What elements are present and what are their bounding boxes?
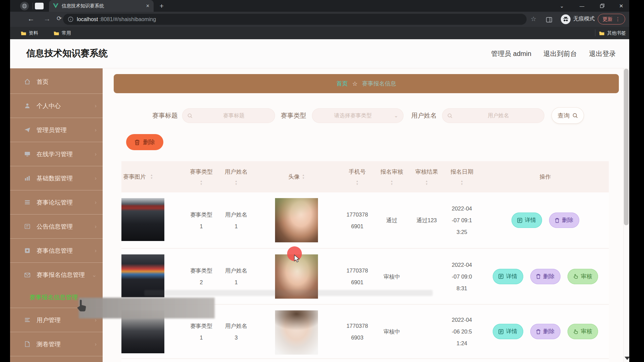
col-event-image[interactable]: 赛事图片▲▼ xyxy=(121,161,181,192)
chevron-right-icon: › xyxy=(95,199,97,206)
avatar[interactable] xyxy=(275,198,318,242)
sort-carets[interactable]: ▲▼ xyxy=(235,180,237,186)
query-button[interactable]: 查询 xyxy=(552,108,584,123)
back-button[interactable]: ← xyxy=(28,15,35,23)
close-window-button[interactable]: ✕ xyxy=(616,0,627,12)
row-delete-button[interactable]: 删除 xyxy=(530,324,560,339)
side-panel-icon[interactable] xyxy=(546,16,552,24)
col-avatar[interactable]: 头像▲▼ xyxy=(251,161,342,192)
star-icon: ☆ xyxy=(352,80,358,87)
page-scrollbar-thumb[interactable] xyxy=(624,69,629,225)
paper-plane-icon xyxy=(24,127,31,133)
pinned-tab-icon[interactable] xyxy=(35,3,44,9)
url-path: :8081/#/shaishibaoming xyxy=(99,16,156,22)
bookmarks-bar xyxy=(10,27,629,39)
audit-result: 通过123 xyxy=(417,215,437,226)
sort-carets[interactable]: ▲▼ xyxy=(150,174,153,180)
audit-button[interactable]: 审核 xyxy=(568,324,598,339)
table-row: 赛事类型2 用户姓名1 17703786901 审核中 2022-04-07 0… xyxy=(121,249,609,305)
sidebar-label: 基础数据管理 xyxy=(37,174,73,182)
sort-carets[interactable]: ▲▼ xyxy=(302,174,305,180)
scrollbar-down-arrow[interactable] xyxy=(625,357,629,360)
chevron-down-icon: ⌄ xyxy=(394,113,398,119)
table-row: 赛事类型1 用户姓名1 17703786901 通过 通过123 2022-04… xyxy=(121,192,609,249)
col-audit-result[interactable]: 审核结果▲▼ xyxy=(411,161,442,192)
user-name-input[interactable] xyxy=(452,112,544,119)
app-header: 信息技术知识赛系统 管理员 admin 退出到前台 退出登录 xyxy=(10,39,629,68)
breadcrumb-current: 赛事报名信息 xyxy=(362,80,396,87)
breadcrumb-home[interactable]: 首页 xyxy=(336,80,348,87)
trash-icon xyxy=(536,274,541,279)
restore-button[interactable] xyxy=(597,0,607,12)
event-title-input-wrap xyxy=(182,108,275,123)
sidebar-label: 赛事论坛管理 xyxy=(37,198,73,206)
sidebar-item-base-data-mgmt[interactable]: 基础数据管理 › xyxy=(10,166,103,190)
sort-carets[interactable]: ▲▼ xyxy=(390,180,393,186)
col-actions: 操作 xyxy=(482,161,609,192)
event-type-select[interactable]: 请选择赛事类型 ⌄ xyxy=(312,108,404,123)
page-viewport: 信息技术知识赛系统 管理员 admin 退出到前台 退出登录 首页 个人中心 › xyxy=(10,39,629,362)
trash-icon xyxy=(555,218,559,223)
col-user-name[interactable]: 用户姓名▲▼ xyxy=(221,161,251,192)
incognito-icon xyxy=(561,14,571,24)
site-info-icon[interactable] xyxy=(68,16,73,22)
logout-link[interactable]: 退出登录 xyxy=(589,49,616,58)
sidebar-item-signup-info-mgmt[interactable]: 赛事报名信息管理 ⌄ xyxy=(10,263,103,287)
hand-cursor-stamp-icon xyxy=(76,300,87,314)
sidebar-item-event-info-mgmt[interactable]: 赛事信息管理 › xyxy=(10,239,103,263)
col-event-type[interactable]: 赛事类型▲▼ xyxy=(181,161,221,192)
filter-type-label: 赛事类型 xyxy=(279,108,306,123)
incognito-label: 无痕模式 xyxy=(573,15,595,22)
filter-user-label: 用户姓名 xyxy=(410,108,437,123)
event-image[interactable] xyxy=(121,198,164,241)
sidebar-item-notice-mgmt[interactable]: 公告信息管理 › xyxy=(10,215,103,239)
vue-favicon xyxy=(53,3,58,8)
bookmark-folder-1[interactable]: 资料 xyxy=(21,29,38,37)
bookmark-folder-2[interactable]: 常用 xyxy=(54,29,71,37)
sort-carets[interactable]: ▲▼ xyxy=(461,180,463,186)
active-tab[interactable]: 信息技术知识赛系统 ✕ xyxy=(49,0,154,12)
sidebar-item-admin-mgmt[interactable]: 管理员管理 › xyxy=(10,118,103,142)
row-delete-button[interactable]: 删除 xyxy=(530,269,560,284)
minimize-button[interactable]: — xyxy=(577,0,587,12)
update-menu-button[interactable]: 更新 ⋮ xyxy=(598,14,625,24)
detail-button[interactable]: 详情 xyxy=(512,213,542,228)
sort-carets[interactable]: ▲▼ xyxy=(356,180,359,186)
avatar[interactable] xyxy=(275,310,318,355)
col-date[interactable]: 报名日期▲▼ xyxy=(442,161,482,192)
event-title-input[interactable] xyxy=(193,112,275,119)
tab-close-icon[interactable]: ✕ xyxy=(146,3,150,8)
sidebar-label: 在线学习管理 xyxy=(37,150,73,158)
bookmarks-separator xyxy=(595,29,595,36)
detail-button[interactable]: 详情 xyxy=(493,269,523,284)
reload-button[interactable]: ⟳ xyxy=(57,15,62,22)
row-delete-button[interactable]: 删除 xyxy=(549,213,579,228)
audit-button[interactable]: 审核 xyxy=(568,269,598,284)
breadcrumb: 首页 ☆ 赛事报名信息 xyxy=(114,74,619,93)
exit-to-front-link[interactable]: 退出到前台 xyxy=(543,49,577,58)
sidebar-item-online-study-mgmt[interactable]: 在线学习管理 › xyxy=(10,142,103,166)
address-bar[interactable]: localhost :8081/#/shaishibaoming xyxy=(63,14,527,25)
trash-icon xyxy=(536,329,541,334)
admin-user-label[interactable]: 管理员 admin xyxy=(491,49,531,58)
sidebar-label: 公告信息管理 xyxy=(37,223,73,231)
other-bookmarks[interactable]: 其他书签 xyxy=(599,29,626,37)
sidebar-item-exam-mgmt[interactable]: 测卷管理 › xyxy=(10,332,103,356)
forward-button[interactable]: → xyxy=(44,15,51,23)
detail-button[interactable]: 详情 xyxy=(493,324,523,339)
sort-carets[interactable]: ▲▼ xyxy=(425,180,428,186)
sort-carets[interactable]: ▲▼ xyxy=(200,180,203,186)
watermark-faint-strip xyxy=(144,290,433,296)
new-tab-button[interactable]: + xyxy=(157,1,166,11)
bookmark-star-icon[interactable]: ☆ xyxy=(531,15,536,23)
globe-icon[interactable] xyxy=(20,2,29,10)
sidebar-item-forum-mgmt[interactable]: 赛事论坛管理 › xyxy=(10,190,103,215)
sidebar-item-personal-center[interactable]: 个人中心 › xyxy=(10,94,103,118)
sidebar-item-home[interactable]: 首页 xyxy=(10,70,103,94)
table-row-partial xyxy=(121,359,609,362)
tab-search-chevron-icon[interactable]: ⌄ xyxy=(557,0,567,12)
search-icon xyxy=(187,113,193,118)
col-audit-status[interactable]: 报名审核▲▼ xyxy=(372,161,411,192)
col-phone[interactable]: 手机号▲▼ xyxy=(342,161,372,192)
bulk-delete-button[interactable]: 删除 xyxy=(126,134,163,150)
